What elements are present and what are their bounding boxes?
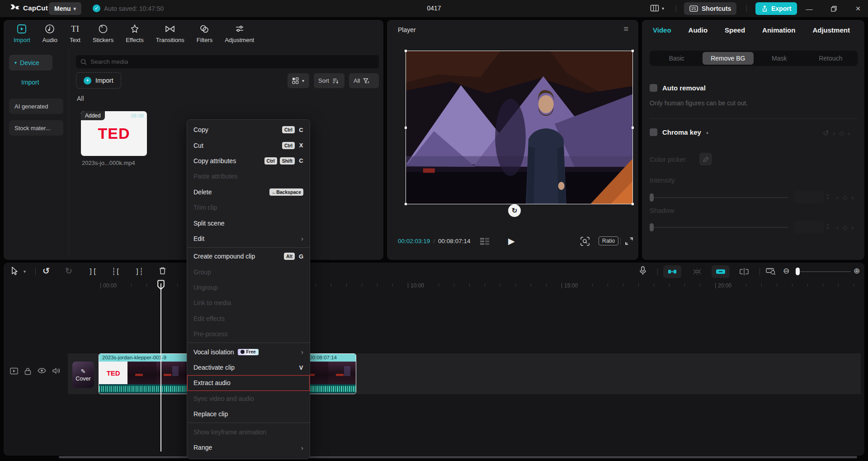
- selection-handle[interactable]: [632, 50, 634, 52]
- export-button[interactable]: Export: [755, 2, 797, 15]
- tab-video[interactable]: Video: [653, 26, 671, 34]
- auto-snap-toggle[interactable]: [663, 265, 681, 278]
- keyframe-diamond-icon[interactable]: ◇: [843, 194, 848, 201]
- menu-item-create-compound-clip[interactable]: Create compound clip AltG: [187, 249, 310, 264]
- menu-item-vocal-isolation[interactable]: Vocal isolation Free ›: [187, 344, 310, 359]
- shadow-slider[interactable]: [650, 227, 788, 228]
- ratio-button[interactable]: Ratio: [599, 236, 618, 245]
- intensity-value-box[interactable]: [795, 191, 824, 203]
- lock-icon[interactable]: [24, 367, 31, 375]
- keyframe-diamond-icon[interactable]: ◇: [839, 130, 844, 137]
- subtab-remove-bg[interactable]: Remove BG: [703, 52, 754, 65]
- close-button[interactable]: ×: [848, 0, 868, 17]
- playhead-line[interactable]: [160, 283, 161, 452]
- sidebar-item-device[interactable]: ▾ Device: [9, 55, 52, 71]
- delete-left-button[interactable]: ┆[: [112, 268, 120, 276]
- timeline-scale-button[interactable]: [766, 267, 776, 275]
- selection-handle[interactable]: [632, 203, 634, 205]
- minimize-button[interactable]: —: [799, 0, 819, 17]
- play-button[interactable]: ▶: [508, 236, 515, 246]
- menu-item-cut[interactable]: Cut CtrlX: [187, 137, 310, 153]
- prev-keyframe-icon[interactable]: ‹: [836, 194, 839, 201]
- split-button[interactable]: ][: [89, 268, 97, 276]
- intensity-slider[interactable]: [650, 197, 788, 198]
- tab-import[interactable]: Import: [14, 24, 30, 43]
- tab-effects[interactable]: Effects: [126, 24, 144, 43]
- tab-stickers[interactable]: Stickers: [93, 24, 113, 43]
- frame-list-icon[interactable]: [480, 238, 490, 245]
- player-menu-icon[interactable]: ≡: [623, 24, 628, 34]
- delete-button[interactable]: [159, 267, 166, 275]
- timeline-horizontal-scrollbar[interactable]: [59, 456, 857, 458]
- sort-button[interactable]: Sort: [314, 73, 344, 88]
- collapse-icon[interactable]: ▴: [706, 130, 708, 135]
- filter-all-button[interactable]: All: [349, 73, 379, 88]
- tab-animation[interactable]: Animation: [762, 26, 795, 34]
- search-input[interactable]: [90, 58, 362, 65]
- speaker-icon[interactable]: [52, 367, 60, 374]
- fullscreen-button[interactable]: [625, 237, 633, 245]
- zoom-out-button[interactable]: ⊖: [783, 266, 789, 276]
- selection-handle[interactable]: [405, 127, 407, 129]
- redo-button[interactable]: ↻: [65, 266, 72, 276]
- media-item[interactable]: TED Added 08:08: [81, 111, 147, 156]
- preview-axis-toggle[interactable]: [688, 265, 706, 278]
- layout-switch-button[interactable]: ▾: [650, 4, 664, 12]
- zoom-in-button[interactable]: ⊕: [854, 266, 860, 276]
- menu-item-delete[interactable]: Delete ←Backspace: [187, 184, 310, 200]
- tab-adjustment-inspector[interactable]: Adjustment: [812, 26, 850, 34]
- chroma-key-checkbox[interactable]: [650, 128, 657, 136]
- shadow-value-box[interactable]: [795, 221, 824, 233]
- menu-item-copy-attributes[interactable]: Copy attributes CtrlShiftC: [187, 153, 310, 169]
- menu-item-range[interactable]: Range ›: [187, 440, 310, 455]
- shadow-slider-handle[interactable]: [650, 223, 654, 231]
- chevron-down-icon[interactable]: ▾: [24, 269, 26, 274]
- tab-text[interactable]: TI Text: [70, 24, 80, 43]
- prev-keyframe-icon[interactable]: ‹: [833, 130, 835, 137]
- cover-button[interactable]: ✎ Cover: [72, 362, 94, 388]
- record-voiceover-button[interactable]: [639, 266, 646, 275]
- selection-handle[interactable]: [405, 203, 407, 205]
- timeline-ruler[interactable]: 00:00 10:00 15:00 20:00: [4, 281, 864, 292]
- subtab-basic[interactable]: Basic: [651, 52, 703, 65]
- shadow-stepper[interactable]: ▲▼: [826, 223, 829, 230]
- sidebar-item-ai-generated[interactable]: AI generated: [9, 99, 63, 114]
- eyedropper-button[interactable]: [699, 153, 712, 165]
- tab-audio-inspector[interactable]: Audio: [689, 26, 708, 34]
- keyframe-diamond-icon[interactable]: ◇: [843, 224, 848, 231]
- intensity-stepper[interactable]: ▲▼: [826, 193, 829, 200]
- shortcuts-button[interactable]: Shortcuts: [684, 2, 736, 15]
- menu-item-split-scene[interactable]: Split scene: [187, 215, 310, 230]
- restore-button[interactable]: [824, 0, 844, 17]
- subtab-mask[interactable]: Mask: [754, 52, 805, 65]
- select-tool-button[interactable]: [11, 267, 19, 275]
- focus-zoom-button[interactable]: [580, 237, 590, 246]
- tab-transitions[interactable]: Transitions: [156, 24, 184, 43]
- reset-icon[interactable]: ↺: [823, 129, 829, 137]
- tab-adjustment[interactable]: Adjustment: [225, 24, 254, 43]
- tab-filters[interactable]: Filters: [197, 24, 212, 43]
- menu-item-copy[interactable]: Copy CtrlC: [187, 122, 310, 137]
- rotate-button[interactable]: ↻: [508, 204, 521, 217]
- sidebar-item-stock[interactable]: Stock mater...: [9, 120, 63, 136]
- next-keyframe-icon[interactable]: ›: [851, 224, 854, 231]
- timeline-zoom-handle[interactable]: [796, 268, 800, 275]
- timeline-zoom-slider[interactable]: [797, 271, 851, 272]
- link-toggle[interactable]: [712, 265, 730, 278]
- delete-right-button[interactable]: ]┆: [135, 268, 143, 276]
- next-keyframe-icon[interactable]: ›: [848, 130, 850, 137]
- menu-item-extract-audio[interactable]: Extract audio: [187, 375, 310, 390]
- menu-button[interactable]: Menu ▾: [49, 2, 81, 15]
- selection-handle[interactable]: [405, 50, 407, 52]
- video-preview[interactable]: [406, 51, 633, 204]
- mirror-split-button[interactable]: [735, 265, 753, 278]
- tab-speed[interactable]: Speed: [725, 26, 745, 34]
- tab-audio[interactable]: Audio: [42, 24, 57, 43]
- view-mode-button[interactable]: ▾: [288, 73, 309, 88]
- import-media-button[interactable]: + Import: [76, 72, 121, 89]
- selection-handle[interactable]: [632, 127, 634, 129]
- intensity-slider-handle[interactable]: [650, 193, 654, 202]
- subtab-retouch[interactable]: Retouch: [805, 52, 857, 65]
- next-keyframe-icon[interactable]: ›: [851, 194, 854, 201]
- sidebar-item-import[interactable]: Import: [21, 79, 39, 86]
